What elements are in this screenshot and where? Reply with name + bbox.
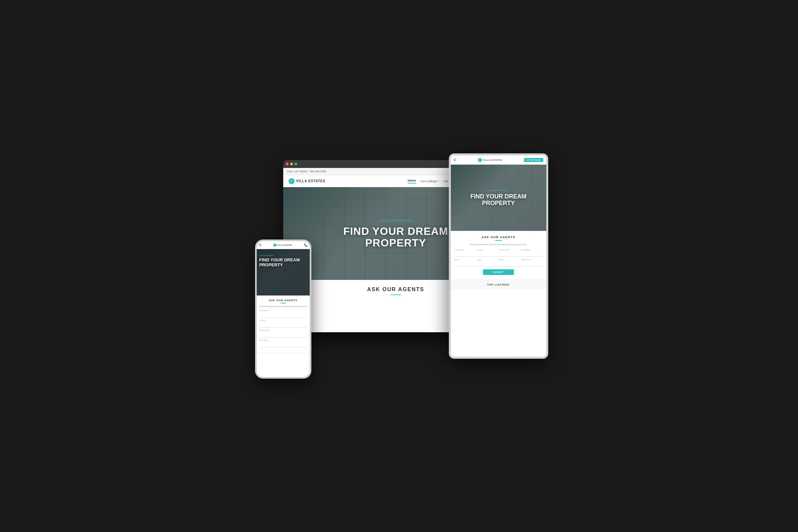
hamburger-icon[interactable]: ☰	[454, 158, 456, 162]
email-label: Email	[477, 259, 498, 261]
tablet-hero-subtitle: Luxury Properties	[470, 189, 527, 191]
additional-info-label: Additional Info	[521, 259, 542, 261]
phone-input[interactable]	[499, 263, 520, 267]
property-type-field-wrapper: Property Type	[499, 249, 520, 257]
tablet-form-underline	[495, 240, 502, 241]
mobile-nav: ☰ V VILLA ESTATES 📞	[257, 241, 310, 249]
mobile-location-input[interactable]	[259, 324, 307, 328]
mobile-logo: V VILLA ESTATES	[273, 244, 292, 247]
mobile-brand-name: VILLA ESTATES	[277, 244, 292, 246]
tablet-hero: Luxury Properties FIND YOUR DREAM PROPER…	[451, 165, 546, 231]
mobile-location-label: Location	[259, 319, 307, 321]
mobile-screen: ☰ V VILLA ESTATES 📞 Luxury Properties FI…	[257, 241, 310, 377]
mobile-interested-in-input[interactable]	[259, 314, 307, 318]
mobile-phone-icon[interactable]: 📞	[304, 244, 308, 247]
name-input[interactable]	[455, 263, 476, 267]
mobile-hamburger-icon[interactable]: ☰	[259, 243, 262, 247]
location-input[interactable]	[477, 253, 498, 257]
mobile-interested-in-label: Interested In	[259, 309, 307, 311]
tablet-top-listings: TOP LISTINGS	[451, 280, 546, 289]
tablet-get-in-touch-button[interactable]: GET IN TOUCH	[524, 158, 544, 162]
tablet-screen: ☰ V VILLA ESTATES GET IN TOUCH Luxury Pr…	[451, 155, 546, 357]
mobile-hero-subtitle: Luxury Properties	[259, 254, 307, 256]
mobile-price-range-wrapper: Price Range	[259, 339, 307, 347]
hero-subtitle: Luxury Properties	[343, 218, 448, 222]
tablet-brand-name: VILLA ESTATES	[483, 159, 502, 161]
tablet-logo: V VILLA ESTATES	[478, 158, 502, 162]
tablet-hero-content: Luxury Properties FIND YOUR DREAM PROPER…	[468, 187, 529, 209]
hero-title: FIND YOUR DREAM PROPERTY	[343, 226, 448, 249]
minimize-button-dot[interactable]	[290, 163, 293, 165]
mobile-property-type-label: Property Type	[259, 329, 307, 331]
phone-label: CALL US TODAY · 555-555-5555	[287, 170, 326, 173]
name-label: Name	[455, 259, 476, 261]
interested-in-label: Interested In	[455, 249, 476, 251]
tablet-form-row1: Interested In Location Property Type Pri…	[455, 249, 542, 257]
nav-home[interactable]: Home	[408, 179, 416, 184]
price-range-field-wrapper: Price Range	[521, 249, 542, 257]
agents-underline	[391, 294, 401, 295]
tablet-form-section: ASK OUR AGENTS Fill in the form below an…	[451, 231, 546, 280]
phone-label: Phone	[499, 259, 520, 261]
nav-listings[interactable]: Our Listings ▾	[421, 179, 439, 183]
mobile-property-type-wrapper: Property Type	[259, 329, 307, 338]
additional-info-input[interactable]	[521, 263, 542, 267]
mobile-location-wrapper: Location	[259, 319, 307, 328]
phone-field-wrapper: Phone	[499, 259, 520, 267]
mobile-agents-title: ASK OUR AGENTS	[259, 299, 307, 302]
interested-in-input[interactable]	[455, 253, 476, 257]
name-field-wrapper: Name	[455, 259, 476, 267]
maximize-button-dot[interactable]	[294, 163, 297, 165]
mobile-interested-in-wrapper: Interested In	[259, 309, 307, 318]
mobile-agents-underline	[281, 303, 286, 303]
tablet-form-row2: Name Email Phone Additional Info	[455, 259, 542, 267]
mobile-agents-subtitle: Fill in the form below and one of our ag…	[259, 305, 307, 307]
close-button-dot[interactable]	[286, 163, 288, 165]
mobile-device: ☰ V VILLA ESTATES 📞 Luxury Properties FI…	[255, 240, 311, 379]
tablet-submit-button[interactable]: SUBMIT	[483, 269, 514, 275]
interested-in-field-wrapper: Interested In	[455, 249, 476, 257]
mobile-agents-section: ASK OUR AGENTS Fill in the form below an…	[257, 296, 310, 353]
tablet-device: ☰ V VILLA ESTATES GET IN TOUCH Luxury Pr…	[449, 153, 548, 359]
location-field-wrapper: Location	[477, 249, 498, 257]
email-field-wrapper: Email	[477, 259, 498, 267]
property-type-label: Property Type	[499, 249, 520, 251]
brand-name: VILLA ESTATES	[296, 179, 326, 183]
tablet-form-title: ASK OUR AGENTS	[455, 235, 542, 239]
price-range-input[interactable]	[521, 253, 542, 257]
mobile-property-type-input[interactable]	[259, 334, 307, 338]
hero-content: Luxury Properties FIND YOUR DREAM PROPER…	[343, 218, 448, 249]
tablet-nav: ☰ V VILLA ESTATES GET IN TOUCH	[451, 155, 546, 165]
mobile-price-range-input[interactable]	[259, 344, 307, 347]
price-range-label: Price Range	[521, 249, 542, 251]
chevron-down-icon: ▾	[437, 180, 439, 183]
property-type-input[interactable]	[499, 253, 520, 257]
tablet-submit-row: SUBMIT	[455, 269, 542, 275]
tablet-listings-title: TOP LISTINGS	[455, 283, 542, 286]
mobile-hero: Luxury Properties FIND YOUR DREAM PROPER…	[257, 249, 310, 296]
mobile-hero-title: FIND YOUR DREAM PROPERTY	[259, 258, 307, 268]
mobile-logo-icon: V	[273, 244, 277, 247]
tablet-form-subtitle: Fill in the form below and one of our ag…	[455, 244, 542, 245]
location-label: Location	[477, 249, 498, 251]
tablet-logo-icon: V	[478, 158, 482, 162]
scene: CALL US TODAY · 555-555-5555 f ✕ ✉ V VIL…	[250, 153, 548, 379]
tablet-hero-title: FIND YOUR DREAM PROPERTY	[470, 193, 527, 207]
logo-icon: V	[288, 178, 294, 184]
mobile-hero-content: Luxury Properties FIND YOUR DREAM PROPER…	[257, 249, 310, 270]
additional-info-field-wrapper: Additional Info	[521, 259, 542, 267]
site-logo: V VILLA ESTATES	[288, 178, 326, 184]
mobile-price-range-label: Price Range	[259, 339, 307, 341]
email-input[interactable]	[477, 263, 498, 267]
